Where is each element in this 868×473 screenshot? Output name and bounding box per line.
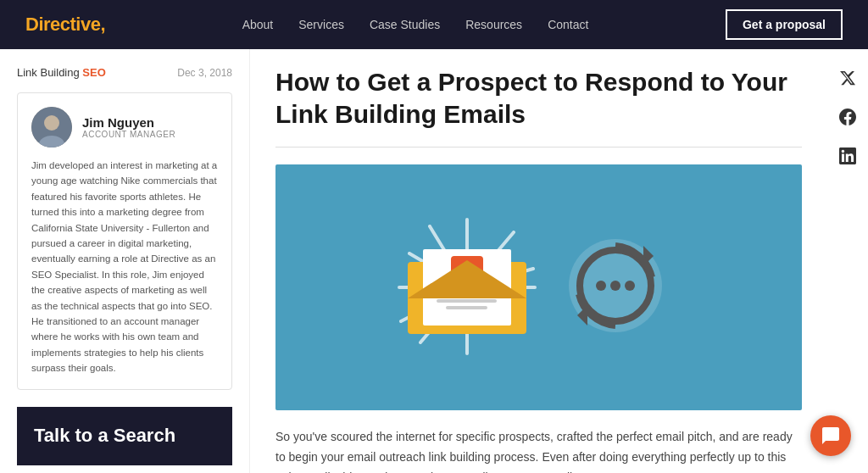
sidebar: Link Building SEO Dec 3, 2018 Jim Nguyen… <box>0 49 250 473</box>
avatar-image <box>31 107 72 147</box>
nav-services[interactable]: Services <box>298 18 344 31</box>
logo-text: Directive, <box>25 14 105 35</box>
email-envelope-group: @ <box>408 241 526 334</box>
get-proposal-button[interactable]: Get a proposal <box>726 9 843 40</box>
cta-box[interactable]: Talk to a Search <box>17 407 232 465</box>
article-hero-image: @ <box>275 164 802 410</box>
article-title: How to Get a Prospect to Respond to Your… <box>275 66 802 130</box>
svg-point-16 <box>596 281 606 291</box>
cta-title: Talk to a Search <box>34 424 215 448</box>
svg-point-17 <box>610 281 620 291</box>
article-intro: So you've scoured the internet for speci… <box>275 427 802 473</box>
sidebar-meta: Link Building SEO Dec 3, 2018 <box>17 66 232 79</box>
site-logo[interactable]: Directive, <box>25 14 105 36</box>
chat-bubble-button[interactable] <box>810 415 851 456</box>
chat-icon <box>821 426 841 446</box>
nav-resources[interactable]: Resources <box>465 18 522 31</box>
author-name: Jim Nguyen <box>82 115 175 130</box>
svg-point-1 <box>44 115 59 131</box>
circular-arrows-svg <box>560 231 670 341</box>
author-bio: Jim developed an interest in marketing a… <box>31 158 218 376</box>
letter-line-3 <box>446 306 487 309</box>
breadcrumb: Link Building SEO <box>17 66 106 79</box>
social-sidebar <box>827 49 868 473</box>
hero-illustration: @ <box>275 164 802 410</box>
linkedin-icon[interactable] <box>836 144 860 168</box>
facebook-icon[interactable] <box>836 105 860 129</box>
breadcrumb-link[interactable]: Link Building <box>17 66 80 79</box>
article-divider <box>275 147 802 147</box>
author-header: Jim Nguyen ACCOUNT MANAGER <box>31 107 218 147</box>
nav-links: About Services Case Studies Resources Co… <box>242 17 589 32</box>
letter-line-2 <box>437 299 496 303</box>
navigation: Directive, About Services Case Studies R… <box>0 0 868 49</box>
author-title: ACCOUNT MANAGER <box>82 130 175 139</box>
article-date: Dec 3, 2018 <box>177 67 232 79</box>
twitter-icon[interactable] <box>836 66 860 90</box>
refresh-icon-group <box>560 231 670 344</box>
author-box: Jim Nguyen ACCOUNT MANAGER Jim developed… <box>17 92 232 390</box>
envelope: @ <box>408 241 526 334</box>
nav-case-studies[interactable]: Case Studies <box>370 18 440 31</box>
avatar <box>31 107 72 147</box>
nav-contact[interactable]: Contact <box>548 18 588 31</box>
author-info: Jim Nguyen ACCOUNT MANAGER <box>82 115 175 139</box>
breadcrumb-seo[interactable]: SEO <box>82 66 105 79</box>
svg-point-18 <box>625 281 635 291</box>
envelope-flap <box>408 260 526 298</box>
nav-about[interactable]: About <box>242 18 274 31</box>
main-content: How to Get a Prospect to Respond to Your… <box>250 49 827 473</box>
page-container: Link Building SEO Dec 3, 2018 Jim Nguyen… <box>0 49 868 473</box>
